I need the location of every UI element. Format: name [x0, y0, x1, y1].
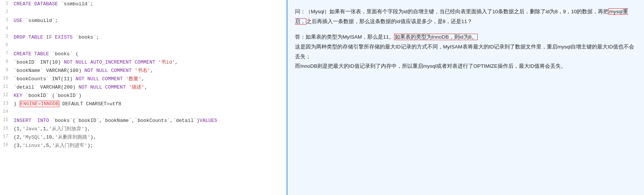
question-block: 问：（Mysql）如果有一张表，里面有个字段为id的自增主键，当已经向表里面插入…: [295, 7, 636, 26]
token-plain: ),: [90, 134, 96, 140]
code-line: 8`bookID` INT(10) NOT NULL AUTO_INCREMEN…: [0, 58, 287, 67]
line-number: 14: [0, 109, 11, 114]
token-bt: `bookName`: [14, 68, 43, 73]
line-number: 8: [0, 59, 11, 64]
token-kw: TABLE: [34, 51, 52, 57]
line-content: (1,'Java',1,'从入门到放弃'),: [11, 125, 287, 133]
token-bt: `bookName`: [102, 118, 132, 123]
line-number: 18: [0, 142, 11, 148]
code-line: 2: [0, 8, 287, 17]
token-plain: ): [197, 118, 200, 123]
question-label: 问：: [295, 9, 306, 14]
highlight-innodb: 如果表的类型为InnoDB，则id为8。: [394, 34, 478, 40]
token-bt: `books`: [52, 51, 75, 57]
token-kw: IF: [46, 34, 55, 40]
line-number: 5: [0, 34, 11, 39]
token-bt: `books`: [52, 118, 73, 123]
line-content: (3,'Linux',5,'从入门到进牢');: [11, 142, 287, 150]
line-content: KEY `bookID` (`bookID`): [11, 92, 287, 100]
line-content: [11, 9, 287, 16]
token-kw: COMMENT: [111, 68, 134, 73]
code-line: 12KEY `bookID` (`bookID`): [0, 92, 287, 100]
token-plain: ,: [150, 68, 153, 73]
token-plain: ,: [175, 59, 178, 65]
code-line: 16(1,'Java',1,'从入门到放弃'),: [0, 125, 287, 133]
token-kw: VALUES: [200, 118, 217, 123]
line-number: 17: [0, 134, 11, 139]
highlight-mysql: mysql重启，: [295, 8, 628, 25]
token-str: '从入门到放弃': [49, 126, 85, 132]
token-str-red: '数量': [126, 76, 141, 82]
token-kw: EXISTS: [55, 34, 76, 40]
right-panel: 问：（Mysql）如果有一张表，里面有个字段为id的自增主键，当已经向表里面插入…: [287, 0, 644, 195]
token-kw: TABLE: [28, 34, 46, 40]
line-number: 9: [0, 67, 11, 73]
answer-line2: 这是因为两种类型的存储引擎所存储的最大ID记录的方式不同，MyISAM表将最大的…: [295, 44, 634, 59]
token-kw: KEY: [14, 93, 25, 98]
token-kw: USE: [14, 18, 25, 23]
line-content: `detail` VARCHAR(200) NOT NULL COMMENT '…: [11, 84, 287, 91]
line-content: USE `ssmbuild`;: [11, 17, 287, 25]
token-plain: VARCHAR(100): [43, 68, 84, 73]
token-bt: `bookID`: [14, 59, 37, 65]
token-bt: `bookCounts`: [135, 118, 170, 123]
token-plain: ;: [90, 1, 93, 7]
line-content: [11, 109, 287, 116]
token-kw: CREATE: [14, 51, 34, 57]
code-line: 9`bookName` VARCHAR(100) NOT NULL COMMEN…: [0, 67, 287, 75]
code-line: 5DROP TABLE IF EXISTS `books`;: [0, 33, 287, 42]
token-plain: ): [14, 101, 20, 107]
code-line: 17(2,'MySQL',10,'从删库到跑路'),: [0, 133, 287, 142]
line-number: 11: [0, 84, 11, 89]
token-bt: `ssmbuild`: [61, 1, 90, 7]
code-line: 7CREATE TABLE `books` (: [0, 50, 287, 58]
answer-line1-pre: 如果表的类型为MyISAM，那么是11。: [306, 34, 394, 40]
token-plain: DEFAULT CHARSET=utf8: [59, 101, 121, 107]
token-plain: INT(11): [49, 76, 76, 82]
token-plain: ,10,: [43, 134, 55, 140]
token-kw: CREATE: [14, 1, 34, 7]
token-kw: COMMENT: [105, 84, 129, 90]
token-plain: (3,: [14, 143, 22, 148]
line-content: CREATE TABLE `books` (: [11, 50, 287, 58]
token-plain: ,: [132, 118, 135, 123]
token-plain: ,: [99, 118, 102, 123]
token-str: '从入门到进牢': [52, 143, 87, 148]
line-number: 12: [0, 92, 11, 98]
token-plain: INT(10): [37, 59, 64, 65]
code-line: 10`bookCounts` INT(11) NOT NULL COMMENT …: [0, 75, 287, 83]
line-content: `bookName` VARCHAR(100) NOT NULL COMMENT…: [11, 67, 287, 75]
token-bt: `bookID`: [76, 118, 99, 123]
line-number: 6: [0, 42, 11, 48]
token-plain: );: [87, 143, 93, 148]
answer-label: 答：: [295, 34, 306, 40]
token-plain: ,: [144, 84, 147, 90]
line-number: 3: [0, 17, 11, 23]
token-kw: NOT NULL: [76, 76, 102, 82]
token-bt: `detail`: [173, 118, 196, 123]
token-str-red: '书名': [135, 68, 151, 73]
token-plain: ;: [96, 34, 99, 40]
engine-keyword: ENGINE=INNODB: [20, 101, 59, 107]
token-plain: ,1,: [40, 126, 49, 132]
token-bt: `bookID`: [25, 93, 52, 98]
token-bt: `bookCounts`: [14, 76, 49, 82]
line-number: 7: [0, 50, 11, 56]
token-bt: `ssmbuild`: [25, 18, 55, 23]
code-line: 18(3,'Linux',5,'从入门到进牢');: [0, 142, 287, 150]
line-content: DROP TABLE IF EXISTS `books`;: [11, 34, 287, 41]
line-number: 2: [0, 9, 11, 14]
token-plain: (1,: [14, 126, 22, 132]
token-plain: (2,: [14, 134, 22, 140]
code-line: 1CREATE DATABASE `ssmbuild`;: [0, 0, 287, 8]
token-str: '从删库到跑路': [55, 134, 90, 140]
token-str: 'MySQL': [22, 134, 43, 140]
token-plain: ,5,: [43, 143, 52, 148]
token-kw: COMMENT: [102, 76, 126, 82]
token-kw: COMMENT: [135, 59, 158, 65]
token-plain: ),: [84, 126, 90, 132]
code-line: 3USE `ssmbuild`;: [0, 17, 287, 25]
line-content: CREATE DATABASE `ssmbuild`;: [11, 0, 287, 8]
line-content: [11, 42, 287, 50]
code-line: 6: [0, 42, 287, 50]
